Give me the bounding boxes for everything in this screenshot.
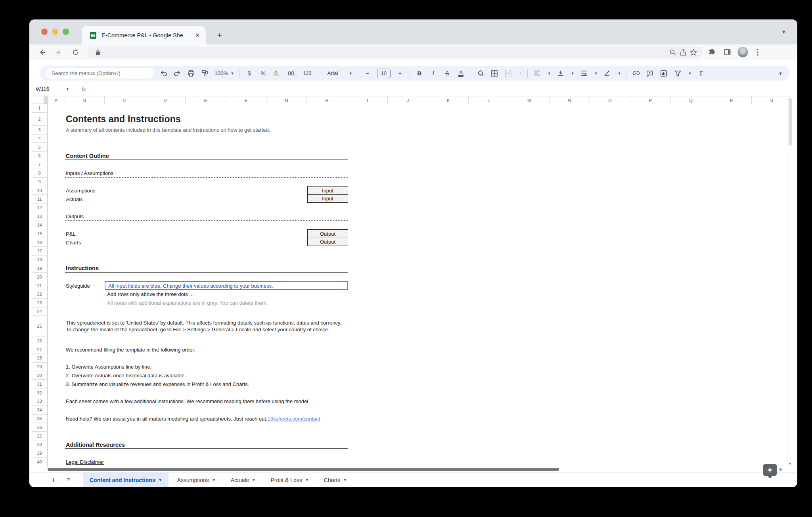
paint-format-icon[interactable] [201,68,209,79]
side-panel-icon[interactable] [722,47,733,58]
insert-link-icon[interactable] [632,68,640,79]
tab-search-chevron-icon[interactable]: ▼ [781,29,786,35]
column-header-K[interactable]: K [428,96,469,104]
column-header-H[interactable]: H [307,96,347,104]
column-header-L[interactable]: L [469,96,509,104]
row-header-26[interactable]: 26 [32,336,47,345]
row-header-37[interactable]: 37 [32,432,47,440]
name-box[interactable] [36,86,66,92]
font-family-select[interactable]: Arial [322,68,343,79]
bold-button[interactable]: B [415,68,424,79]
assumptions-input-tag[interactable]: Input [307,186,348,195]
row-header-21[interactable]: 21 [32,281,47,290]
menu-search-input[interactable] [46,68,154,79]
hide-menus-chevron-icon[interactable]: ▼ [778,66,783,81]
row-header-27[interactable]: 27 [32,345,47,354]
row-header-15[interactable]: 15 [32,229,47,238]
filter-icon[interactable] [673,68,682,79]
text-color-button[interactable]: A [458,70,463,77]
column-header-R[interactable]: R [711,96,752,104]
browser-tab[interactable]: E-Commerce P&L - Google She ✕ [82,26,206,44]
column-header-Q[interactable]: Q [671,96,711,104]
row-header-22[interactable]: 22 [32,290,47,299]
row-header-13[interactable]: 13 [32,212,47,221]
row-header-32[interactable]: 32 [32,388,47,397]
sheet-tab-chevron-icon[interactable]: ▼ [343,478,347,482]
row-header-6[interactable]: 6 [32,152,47,160]
horizontal-align-icon[interactable] [533,68,542,79]
back-icon[interactable] [36,47,48,58]
chevron-down-icon[interactable]: ▼ [594,71,598,75]
row-header-16[interactable]: 16 [32,238,47,247]
format-currency-button[interactable]: $ [245,68,253,79]
forward-icon[interactable] [53,47,64,58]
sheet-tab-chevron-icon[interactable]: ▼ [212,478,216,482]
share-icon[interactable] [678,47,688,58]
font-size-input[interactable]: 10 [377,69,391,78]
all-sheets-menu-icon[interactable]: ≡ [63,474,75,486]
column-header-B[interactable]: B [65,96,105,104]
print-icon[interactable] [187,68,195,79]
column-header-P[interactable]: P [630,96,671,104]
row-header-24[interactable]: 24 [32,308,47,316]
row-header-30[interactable]: 30 [32,371,47,380]
sheet-tab-profit-and-loss[interactable]: Profit & Loss ▼ [264,473,315,488]
extensions-puzzle-icon[interactable] [707,47,718,58]
row-header-31[interactable]: 31 [32,380,47,388]
row-header-11[interactable]: 11 [32,195,47,204]
row-header-4[interactable]: 4 [32,135,47,143]
close-window-button[interactable] [41,29,48,35]
scroll-right-arrow-icon[interactable]: ▶ [779,467,783,472]
column-header-S[interactable]: S [752,96,792,104]
redo-icon[interactable] [173,68,182,79]
minimize-window-button[interactable] [52,29,58,35]
styleguide-blue-note-cell[interactable]: All input fields are blue. Change their … [105,281,348,290]
fill-color-icon[interactable] [476,68,485,79]
sheet-tab-assumptions[interactable]: Assumptions ▼ [171,473,222,488]
column-header-O[interactable]: O [590,96,630,104]
column-header-I[interactable]: I [347,96,388,104]
undo-icon[interactable] [159,68,168,79]
decrease-font-size-button[interactable]: − [363,68,372,79]
column-header-N[interactable]: N [550,96,590,104]
scroll-down-arrow-icon[interactable]: ▼ [787,461,793,466]
row-header-25[interactable]: 25 [32,316,47,336]
text-wrap-icon[interactable] [580,68,588,79]
zoom-search-icon[interactable] [668,47,678,58]
horizontal-scrollbar-thumb[interactable] [48,468,559,471]
borders-icon[interactable] [490,68,499,79]
tab-close-icon[interactable]: ✕ [194,32,201,39]
spreadsheet-grid[interactable]: 1234567891011121314151617181920212223242… [29,104,797,467]
browser-menu-kebab-icon[interactable] [752,47,763,58]
row-header-36[interactable]: 36 [32,423,47,432]
insert-comment-icon[interactable] [645,68,654,79]
insert-chart-icon[interactable] [659,68,668,79]
more-formats-button[interactable]: 123 [303,68,312,79]
increase-decimal-button[interactable]: .00→ [286,68,297,79]
charts-output-tag[interactable]: Output [307,238,348,246]
zoom-window-button[interactable] [63,29,69,35]
text-rotation-icon[interactable] [603,68,612,79]
column-header-C[interactable]: C [105,96,145,104]
sheet-tab-actuals[interactable]: Actuals ▼ [224,473,262,488]
gemini-sparkle-badge[interactable] [763,464,777,476]
row-header-17[interactable]: 17 [32,247,47,256]
horizontal-scrollbar[interactable]: ◀ ▶ [29,467,797,472]
increase-font-size-button[interactable]: + [396,68,404,79]
legal-disclaimer-link[interactable]: Legal Disclaimer [66,458,104,467]
pnl-output-tag[interactable]: Output [307,229,348,238]
row-header-7[interactable]: 7 [32,160,47,169]
chevron-down-icon[interactable]: ▼ [571,71,575,75]
chevron-down-icon[interactable]: ▼ [349,71,352,75]
sheet-tab-content-and-instructions[interactable]: Content and Instructions ▼ [83,473,169,488]
column-header-F[interactable]: F [226,96,266,104]
format-percent-button[interactable]: % [259,68,267,79]
row-header-35[interactable]: 35 [32,415,47,423]
row-header-19[interactable]: 19 [32,264,47,273]
row-header-3[interactable]: 3 [32,126,47,135]
column-header-E[interactable]: E [186,96,226,104]
vertical-align-icon[interactable] [556,68,565,79]
row-header-39[interactable]: 39 [32,449,47,458]
sheet-tab-chevron-icon[interactable]: ▼ [252,478,256,482]
chevron-down-icon[interactable]: ▼ [618,71,621,75]
